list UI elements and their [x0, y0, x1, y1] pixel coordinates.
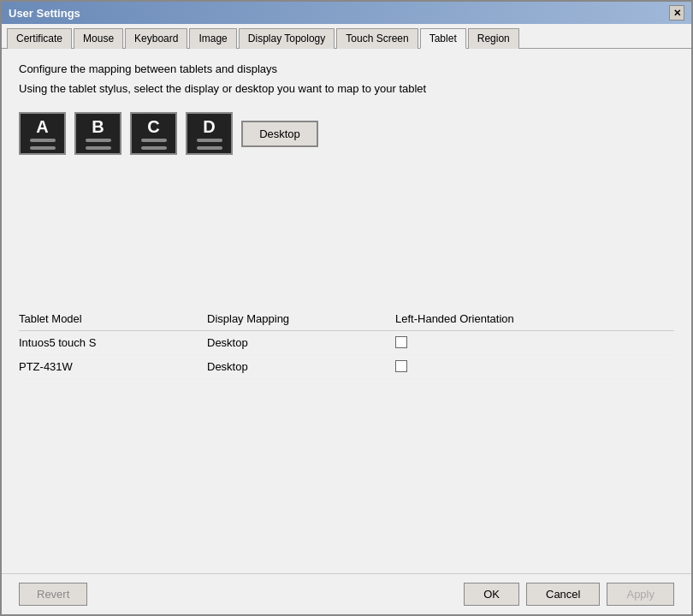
monitor-a-stand [30, 139, 56, 142]
row2-model: PTZ-431W [19, 360, 207, 373]
tab-certificate[interactable]: Certificate [7, 28, 72, 49]
row2-orientation-cell [395, 360, 674, 372]
description-1: Configure the mapping between tablets an… [19, 62, 674, 75]
row1-orientation-cell [395, 336, 674, 348]
tablet-table: Tablet Model Display Mapping Left-Handed… [19, 307, 674, 434]
tab-keyboard[interactable]: Keyboard [125, 28, 187, 49]
col-header-orientation: Left-Handed Orientation [395, 312, 674, 325]
monitor-a-label: A [36, 118, 48, 135]
cancel-button[interactable]: Cancel [526, 583, 600, 606]
monitor-d-button[interactable]: D [186, 112, 233, 155]
tab-region[interactable]: Region [468, 28, 519, 49]
table-row: Intuos5 touch S Desktop [19, 331, 674, 355]
tab-touch-screen[interactable]: Touch Screen [336, 28, 418, 49]
row2-mapping: Desktop [207, 360, 395, 373]
monitor-row: A B C D Desktop [19, 112, 674, 155]
row1-model: Intuos5 touch S [19, 336, 207, 349]
monitor-c-button[interactable]: C [130, 112, 177, 155]
tab-image[interactable]: Image [189, 28, 236, 49]
window-title: User Settings [9, 7, 80, 20]
row2-left-handed-checkbox[interactable] [395, 360, 407, 372]
monitor-d-label: D [203, 118, 215, 135]
row1-left-handed-checkbox[interactable] [395, 336, 407, 348]
user-settings-window: User Settings ✕ Certificate Mouse Keyboa… [0, 0, 693, 616]
monitor-d-stand [197, 139, 222, 142]
row1-mapping: Desktop [207, 336, 395, 349]
close-button[interactable]: ✕ [669, 5, 684, 21]
apply-button[interactable]: Apply [607, 583, 674, 606]
action-buttons: OK Cancel Apply [464, 583, 674, 606]
monitor-a-button[interactable]: A [19, 112, 66, 155]
monitor-c-label: C [147, 118, 159, 135]
monitor-b-button[interactable]: B [74, 112, 121, 155]
table-row: PTZ-431W Desktop [19, 355, 674, 379]
tab-mouse[interactable]: Mouse [74, 28, 123, 49]
col-header-mapping: Display Mapping [207, 312, 395, 325]
title-bar: User Settings ✕ [2, 2, 691, 24]
tab-tablet[interactable]: Tablet [420, 28, 466, 49]
monitor-b-label: B [92, 118, 104, 135]
monitor-c-stand [141, 139, 167, 142]
tab-content: Configure the mapping between tablets an… [2, 49, 691, 573]
table-header: Tablet Model Display Mapping Left-Handed… [19, 307, 674, 331]
col-header-model: Tablet Model [19, 312, 207, 325]
tab-display-topology[interactable]: Display Topology [239, 28, 335, 49]
tabs-bar: Certificate Mouse Keyboard Image Display… [2, 24, 691, 49]
desktop-button[interactable]: Desktop [241, 121, 318, 147]
monitor-b-stand [86, 139, 111, 142]
description-2: Using the tablet stylus, select the disp… [19, 82, 674, 95]
revert-button[interactable]: Revert [19, 583, 87, 606]
ok-button[interactable]: OK [464, 583, 519, 606]
bottom-bar: Revert OK Cancel Apply [2, 573, 691, 614]
